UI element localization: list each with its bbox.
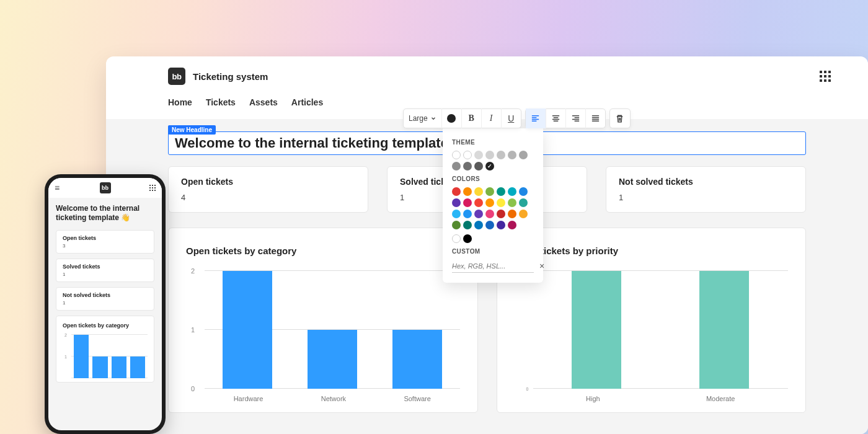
swatch[interactable] — [508, 198, 516, 207]
swatch[interactable] — [508, 151, 516, 159]
stat-label: Open tickets — [63, 235, 148, 241]
swatch[interactable] — [485, 162, 494, 170]
bar — [308, 330, 357, 389]
mobile-apps-icon[interactable] — [149, 185, 156, 192]
swatch[interactable] — [497, 221, 505, 229]
underline-button[interactable]: U — [501, 108, 521, 128]
swatch[interactable] — [474, 151, 483, 159]
swatch[interactable] — [497, 210, 505, 218]
clear-custom-button[interactable]: × — [538, 261, 546, 271]
swatch[interactable] — [474, 162, 483, 170]
swatch[interactable] — [463, 198, 472, 207]
swatch[interactable] — [519, 187, 528, 196]
custom-color-row: × — [452, 260, 534, 273]
align-right-button[interactable] — [565, 108, 585, 128]
swatch[interactable] — [452, 234, 461, 243]
swatch[interactable] — [463, 210, 472, 218]
nav-assets[interactable]: Assets — [249, 97, 278, 107]
hamburger-icon[interactable]: ≡ — [55, 183, 60, 193]
swatch[interactable] — [508, 221, 516, 229]
toolbar-align-group — [525, 108, 606, 128]
swatch[interactable] — [497, 151, 505, 159]
swatch[interactable] — [474, 221, 483, 229]
custom-swatches — [452, 234, 534, 243]
toolbar-font-group: Large B I U — [403, 108, 521, 128]
stat-not-solved-tickets[interactable]: Not solved tickets 1 — [606, 166, 806, 213]
swatch[interactable] — [485, 198, 494, 207]
align-left-icon — [531, 114, 540, 123]
swatch[interactable] — [508, 210, 516, 218]
swatch[interactable] — [519, 151, 528, 159]
chart-category[interactable]: Open tickets by category 2 1 0 HardwareN… — [168, 228, 478, 413]
swatch[interactable] — [519, 198, 528, 207]
swatch[interactable] — [452, 198, 461, 207]
swatch[interactable] — [497, 187, 505, 196]
bold-button[interactable]: B — [461, 108, 481, 128]
align-justify-icon — [591, 114, 600, 123]
swatch[interactable] — [463, 151, 472, 159]
swatch[interactable] — [463, 187, 472, 196]
swatch[interactable] — [452, 187, 461, 196]
swatch[interactable] — [452, 221, 461, 229]
x-label: High — [586, 395, 600, 402]
font-size-select[interactable]: Large — [404, 108, 441, 128]
mobile-stat-solved[interactable]: Solved tickets 1 — [56, 259, 154, 282]
mobile-chart[interactable]: Open tickets by category 2 1 — [56, 316, 154, 383]
underline-icon: U — [508, 113, 514, 123]
apps-grid-icon[interactable] — [820, 71, 831, 82]
stat-value: 1 — [63, 272, 148, 277]
swatch[interactable] — [452, 162, 461, 170]
chart-title: Open tickets by category — [186, 246, 460, 256]
swatch[interactable] — [485, 221, 494, 229]
stat-label: Solved tickets — [63, 264, 148, 270]
swatch[interactable] — [485, 187, 494, 196]
colors-section-label: COLORS — [452, 175, 534, 182]
app-title: Ticketing system — [193, 71, 268, 82]
swatch[interactable] — [474, 210, 483, 218]
text-color-button[interactable] — [441, 108, 461, 128]
swatch[interactable] — [463, 234, 472, 243]
italic-icon: I — [490, 113, 493, 123]
stat-label: Not solved tickets — [619, 177, 793, 187]
color-swatches — [452, 187, 534, 229]
text-format-toolbar: Large B I U — [403, 108, 631, 128]
color-dot-icon — [447, 114, 456, 123]
swatch[interactable] — [474, 198, 483, 207]
delete-button[interactable] — [610, 108, 630, 128]
align-center-button[interactable] — [546, 108, 565, 128]
swatch[interactable] — [485, 151, 494, 159]
bar — [223, 271, 272, 389]
swatch[interactable] — [452, 210, 461, 218]
theme-swatches — [452, 151, 534, 170]
swatch[interactable] — [474, 187, 483, 196]
swatch[interactable] — [463, 221, 472, 229]
swatch[interactable] — [485, 210, 494, 218]
swatch[interactable] — [463, 162, 472, 170]
custom-color-input[interactable] — [452, 260, 538, 272]
chevron-down-icon — [430, 115, 436, 122]
bars — [533, 271, 789, 389]
bold-icon: B — [469, 113, 474, 123]
y-tick: 1 — [191, 326, 195, 334]
bars — [205, 271, 460, 389]
y-tick: 2 — [64, 333, 67, 337]
swatch[interactable] — [508, 187, 516, 196]
nav-tickets[interactable]: Tickets — [206, 97, 236, 107]
stat-open-tickets[interactable]: Open tickets 4 — [168, 166, 368, 213]
mobile-screen: ≡ bb Welcome to the internal ticketing t… — [48, 178, 162, 430]
nav-articles[interactable]: Articles — [291, 97, 323, 107]
swatch[interactable] — [452, 151, 461, 159]
italic-button[interactable]: I — [481, 108, 501, 128]
swatch[interactable] — [519, 210, 528, 218]
mobile-stat-notsolved[interactable]: Not solved tickets 1 — [56, 287, 154, 311]
align-left-button[interactable] — [526, 108, 546, 128]
mobile-stat-open[interactable]: Open tickets 3 — [56, 230, 154, 254]
swatch[interactable] — [497, 198, 505, 207]
trash-icon — [615, 114, 624, 123]
toolbar-delete-group — [609, 108, 631, 128]
align-justify-button[interactable] — [585, 108, 605, 128]
headline-badge: New Headline — [168, 125, 216, 135]
y-tick: 1 — [64, 355, 67, 359]
nav-home[interactable]: Home — [168, 97, 192, 107]
color-picker-panel: THEME COLORS CUSTOM × — [443, 128, 543, 283]
